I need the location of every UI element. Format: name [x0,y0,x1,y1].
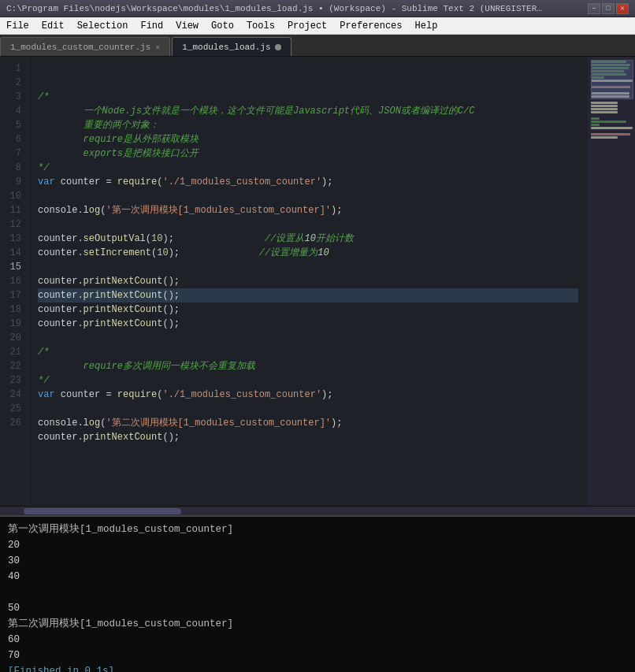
code-line-24: console.log('第二次调用模块[1_modules_custom_co… [38,416,578,430]
code-line-11: counter.seOutputVal(10); //设置从10开始计数 [38,232,578,246]
window-controls: – □ ✕ [588,3,629,14]
line-number-11: 11 [6,203,21,217]
menubar: File Edit Selection Find View Goto Tools… [0,17,635,35]
code-line-23 [38,402,578,416]
terminal-line: 50 [8,600,627,616]
menu-edit[interactable]: Edit [35,17,71,34]
tab-modified-dot [275,44,281,50]
line-number-13: 13 [6,232,21,246]
code-line-13 [38,260,578,274]
code-line-4: require是从外部获取模块 [38,132,578,147]
menu-selection[interactable]: Selection [71,17,135,34]
line-number-9: 9 [6,175,21,189]
titlebar: C:\Program Files\nodejs\Workspace\module… [0,0,635,17]
tab-label: 1_modules_custom_counter.js [10,43,150,52]
menu-file[interactable]: File [0,17,35,34]
line-number-7: 7 [6,147,21,161]
terminal-line: [Finished in 0.1s] [8,663,627,672]
terminal-line: 30 [8,553,627,569]
code-line-6: */ [38,161,578,175]
terminal-line: 第二次调用模块[1_modules_custom_counter] [8,616,627,632]
line-number-22: 22 [6,359,21,373]
code-line-22: var counter = require('./1_modules_custo… [38,388,578,402]
terminal-line: 20 [8,537,627,553]
line-number-15: 15 [6,260,21,274]
code-line-5: exports是把模块接口公开 [38,147,578,161]
code-line-16: counter.printNextCount(); [38,303,578,317]
tab-label-active: 1_modules_load.js [182,43,270,52]
terminal-output: 第一次调用模块[1_modules_custom_counter]203040 … [0,515,635,672]
menu-tools[interactable]: Tools [240,17,281,34]
code-line-14: counter.printNextCount(); [38,274,578,288]
tab-close-icon[interactable]: ✕ [155,43,160,52]
code-line-17: counter.printNextCount(); [38,317,578,331]
line-number-14: 14 [6,246,21,260]
line-number-12: 12 [6,217,21,232]
code-line-3: 重要的两个对象： [38,118,578,132]
code-line-12: counter.setIncrement(10); //设置增量为10 [38,246,578,260]
code-line-10 [38,217,578,232]
line-number-17: 17 [6,288,21,303]
code-line-15: counter.printNextCount(); [38,288,578,303]
code-line-25: counter.printNextCount(); [38,430,578,444]
code-line-26 [38,444,578,459]
code-content[interactable]: /* 一个Node.js文件就是一个模块，这个文件可能是Javascript代码… [28,57,588,506]
line-number-3: 3 [6,90,21,104]
minimize-button[interactable]: – [588,3,600,14]
line-number-6: 6 [6,132,21,147]
line-number-4: 4 [6,104,21,118]
line-number-23: 23 [6,373,21,388]
terminal-line [8,585,627,600]
code-line-8 [38,189,578,203]
tabbar: 1_modules_custom_counter.js ✕ 1_modules_… [0,35,635,57]
code-line-19: /* [38,345,578,359]
line-number-25: 25 [6,402,21,416]
code-line-9: console.log('第一次调用模块[1_modules_custom_co… [38,203,578,217]
line-number-5: 5 [6,118,21,132]
code-line-21: */ [38,373,578,388]
code-line-18 [38,331,578,345]
line-number-19: 19 [6,317,21,331]
line-number-10: 10 [6,189,21,203]
maximize-button[interactable]: □ [602,3,615,14]
tab-load[interactable]: 1_modules_load.js [172,37,292,56]
menu-help[interactable]: Help [409,17,444,34]
line-number-8: 8 [6,161,21,175]
menu-view[interactable]: View [169,17,205,34]
terminal-line: 70 [8,648,627,663]
line-number-18: 18 [6,303,21,317]
menu-project[interactable]: Project [281,17,333,34]
line-number-1: 1 [6,61,21,76]
code-line-7: var counter = require('./1_modules_custo… [38,175,578,189]
menu-goto[interactable]: Goto [205,17,240,34]
horizontal-scrollbar[interactable] [0,506,635,515]
line-number-24: 24 [6,388,21,402]
menu-preferences[interactable]: Preferences [333,17,408,34]
title-text: C:\Program Files\nodejs\Workspace\module… [6,4,542,13]
code-line-2: 一个Node.js文件就是一个模块，这个文件可能是Javascript代码、JS… [38,104,578,118]
terminal-line: 第一次调用模块[1_modules_custom_counter] [8,522,627,537]
tab-custom-counter[interactable]: 1_modules_custom_counter.js ✕ [0,37,170,56]
line-number-26: 26 [6,416,21,430]
line-number-21: 21 [6,345,21,359]
line-number-20: 20 [6,331,21,345]
terminal-line: 60 [8,632,627,648]
terminal-line: 40 [8,569,627,585]
close-button[interactable]: ✕ [616,3,629,14]
editor-area: 1234567891011121314151617181920212223242… [0,57,635,506]
line-number-2: 2 [6,76,21,90]
code-line-20: require多次调用同一模块不会重复加载 [38,359,578,373]
minimap [588,57,635,506]
code-line-1: /* [38,90,578,104]
line-numbers: 1234567891011121314151617181920212223242… [0,57,28,506]
line-number-16: 16 [6,274,21,288]
menu-find[interactable]: Find [134,17,169,34]
